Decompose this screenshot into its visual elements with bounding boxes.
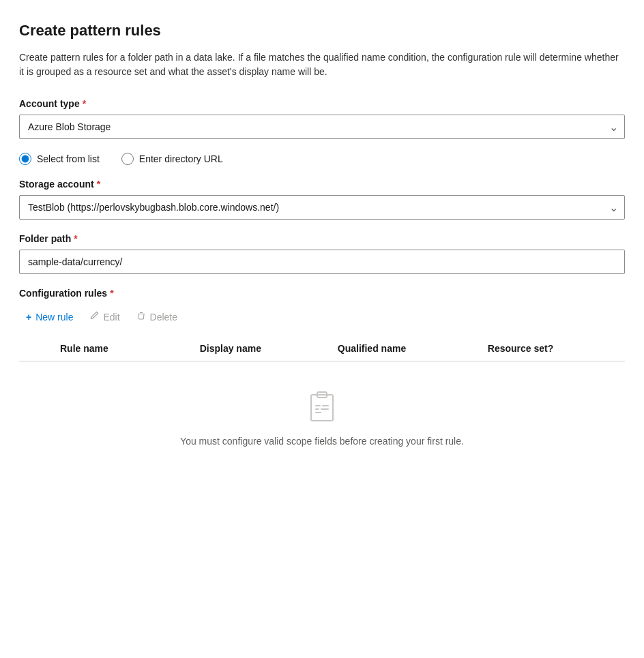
enter-directory-url-option[interactable]: Enter directory URL [121, 153, 223, 165]
edit-label: Edit [103, 312, 119, 323]
svg-rect-7 [321, 408, 329, 410]
configuration-rules-section: Configuration rules * + New rule Edit [19, 288, 625, 474]
account-type-section: Account type * Azure Blob Storage Azure … [19, 98, 625, 139]
edit-icon [89, 311, 99, 323]
svg-rect-0 [138, 314, 145, 314]
page-description: Create pattern rules for a folder path i… [19, 50, 619, 79]
account-type-select-wrapper: Azure Blob Storage Azure Data Lake Stora… [19, 115, 625, 139]
storage-account-select-wrapper: TestBlob (https://perlovskybugbash.blob.… [19, 195, 625, 220]
rules-table: Rule name Display name Qualified name Re… [19, 338, 625, 474]
empty-clipboard-icon [304, 389, 340, 425]
svg-rect-4 [315, 405, 321, 406]
enter-directory-url-radio[interactable] [121, 153, 134, 165]
empty-state: You must configure valid scope fields be… [19, 362, 625, 474]
enter-directory-url-label: Enter directory URL [139, 153, 223, 164]
col-qualified-name: Qualified name [330, 338, 480, 361]
svg-rect-2 [311, 395, 333, 421]
col-display-name: Display name [192, 338, 330, 361]
storage-account-select[interactable]: TestBlob (https://perlovskybugbash.blob.… [19, 195, 625, 220]
delete-icon [136, 311, 146, 323]
col-resource-set: Resource set? [480, 338, 625, 361]
delete-label: Delete [150, 312, 177, 323]
select-from-list-label: Select from list [37, 153, 100, 164]
account-type-select[interactable]: Azure Blob Storage Azure Data Lake Stora… [19, 115, 625, 139]
col-rule-name: Rule name [19, 338, 192, 361]
empty-state-message: You must configure valid scope fields be… [180, 436, 464, 447]
required-indicator-storage: * [97, 179, 100, 190]
edit-button[interactable]: Edit [83, 307, 126, 327]
storage-account-label: Storage account * [19, 179, 625, 190]
new-rule-button[interactable]: + New rule [19, 308, 80, 327]
source-selection-group: Select from list Enter directory URL [19, 153, 625, 165]
required-indicator-folder: * [74, 233, 77, 244]
svg-rect-6 [315, 408, 319, 410]
svg-rect-1 [140, 312, 143, 313]
folder-path-label: Folder path * [19, 233, 625, 244]
plus-icon: + [26, 312, 31, 323]
folder-path-input[interactable] [19, 250, 625, 274]
rules-toolbar: + New rule Edit Delete [19, 307, 625, 327]
page-title: Create pattern rules [19, 22, 625, 40]
svg-rect-8 [315, 412, 321, 413]
required-indicator-config: * [110, 288, 113, 299]
empty-state-cell: You must configure valid scope fields be… [19, 361, 625, 474]
storage-account-section: Storage account * TestBlob (https://perl… [19, 179, 625, 220]
select-from-list-option[interactable]: Select from list [19, 153, 100, 165]
select-from-list-radio[interactable] [19, 153, 31, 165]
svg-rect-5 [322, 405, 329, 406]
new-rule-label: New rule [35, 312, 73, 323]
folder-path-section: Folder path * [19, 233, 625, 274]
delete-button[interactable]: Delete [130, 307, 184, 327]
configuration-rules-label: Configuration rules * [19, 288, 625, 299]
account-type-label: Account type * [19, 98, 625, 109]
required-indicator: * [83, 98, 86, 109]
